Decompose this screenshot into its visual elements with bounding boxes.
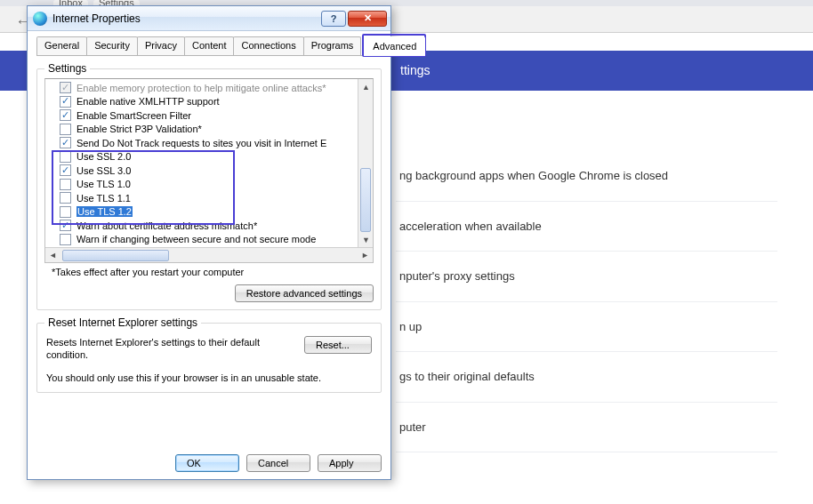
- horizontal-scrollbar[interactable]: ◄ ►: [45, 247, 373, 262]
- chrome-setting-fragment[interactable]: ng background apps when Google Chrome is…: [396, 151, 777, 202]
- setting-label: Enable SmartScreen Filter: [76, 110, 191, 121]
- checkbox[interactable]: [60, 234, 71, 245]
- reset-group: Reset Internet Explorer settings Resets …: [36, 323, 382, 393]
- dialog-tabstrip: General Security Privacy Content Connect…: [36, 36, 382, 56]
- apply-button[interactable]: Apply: [318, 454, 382, 472]
- setting-checkbox-item[interactable]: Send Do Not Track requests to sites you …: [60, 136, 371, 150]
- scroll-thumb[interactable]: [360, 168, 371, 232]
- banner-text-fragment: ttings: [400, 63, 430, 77]
- chrome-setting-fragment[interactable]: n up: [396, 302, 777, 353]
- checkbox[interactable]: [60, 206, 71, 218]
- tab-general[interactable]: General: [36, 36, 87, 55]
- setting-checkbox-item[interactable]: Enable native XMLHTTP support: [60, 95, 371, 109]
- close-icon: ✕: [364, 12, 372, 24]
- setting-label: Enable Strict P3P Validation*: [76, 124, 202, 134]
- reset-warning: You should only use this if your browser…: [46, 372, 372, 383]
- setting-checkbox-item[interactable]: Use SSL 3.0: [60, 164, 371, 178]
- vertical-scrollbar[interactable]: ▲ ▼: [358, 79, 373, 247]
- checkbox[interactable]: [60, 96, 71, 108]
- reset-button[interactable]: Reset...: [304, 336, 372, 354]
- setting-checkbox-item[interactable]: Warn if changing between secure and not …: [60, 233, 371, 247]
- tab-programs[interactable]: Programs: [303, 36, 362, 55]
- checkbox[interactable]: [60, 220, 71, 231]
- advanced-tab-highlight: Advanced: [362, 34, 426, 57]
- checkbox[interactable]: [60, 151, 71, 163]
- setting-label: Enable native XMLHTTP support: [76, 96, 220, 107]
- setting-label: Use SSL 2.0: [76, 151, 131, 162]
- ok-button[interactable]: OK: [175, 454, 239, 472]
- settings-group-label: Settings: [44, 62, 90, 75]
- setting-checkbox-item[interactable]: Warn about certificate address mismatch*: [60, 219, 371, 233]
- dialog-body: General Security Privacy Content Connect…: [28, 31, 390, 479]
- help-icon: ?: [331, 13, 337, 24]
- checkbox[interactable]: [60, 82, 71, 93]
- dialog-titlebar[interactable]: Internet Properties ? ✕: [28, 6, 390, 31]
- restart-note: *Takes effect after you restart your com…: [44, 267, 374, 277]
- chrome-setting-fragment[interactable]: gs to their original defaults: [396, 352, 777, 403]
- setting-label: Warn about certificate address mismatch*: [76, 220, 257, 231]
- help-button[interactable]: ?: [321, 11, 346, 27]
- tab-advanced[interactable]: Advanced: [364, 36, 425, 56]
- setting-checkbox-item[interactable]: Enable memory protection to help mitigat…: [60, 81, 371, 95]
- tab-privacy[interactable]: Privacy: [137, 36, 185, 55]
- setting-checkbox-item[interactable]: Use TLS 1.2: [60, 205, 371, 220]
- tab-security[interactable]: Security: [86, 36, 138, 55]
- internet-properties-dialog: Internet Properties ? ✕ General Security…: [27, 5, 391, 480]
- checkbox[interactable]: [60, 124, 71, 135]
- chrome-settings-items: ng background apps when Google Chrome is…: [396, 151, 777, 452]
- settings-list[interactable]: Enable memory protection to help mitigat…: [44, 78, 374, 263]
- scroll-thumb[interactable]: [62, 250, 169, 261]
- chrome-setting-fragment[interactable]: nputer's proxy settings: [396, 252, 777, 302]
- scroll-right-icon[interactable]: ►: [358, 248, 373, 263]
- tab-connections[interactable]: Connections: [233, 36, 303, 55]
- chrome-setting-fragment[interactable]: puter: [396, 403, 777, 453]
- setting-checkbox-item[interactable]: Enable Strict P3P Validation*: [60, 123, 371, 137]
- reset-description: Resets Internet Explorer's settings to t…: [46, 336, 294, 362]
- checkbox[interactable]: [60, 164, 71, 176]
- setting-checkbox-item[interactable]: Use SSL 2.0: [60, 150, 371, 164]
- settings-group: Settings Enable memory protection to hel…: [36, 68, 382, 310]
- scroll-down-icon[interactable]: ▼: [358, 232, 374, 247]
- setting-checkbox-item[interactable]: Use TLS 1.0: [60, 178, 371, 192]
- setting-label: Warn if changing between secure and not …: [76, 234, 316, 244]
- cancel-button[interactable]: Cancel: [246, 454, 310, 472]
- setting-label: Use TLS 1.2: [76, 206, 133, 217]
- checkbox[interactable]: [60, 179, 71, 190]
- chrome-setting-fragment[interactable]: acceleration when available: [396, 202, 777, 252]
- setting-label: Use SSL 3.0: [76, 165, 131, 176]
- scroll-left-icon[interactable]: ◄: [45, 248, 60, 263]
- globe-icon: [33, 12, 47, 26]
- checkbox[interactable]: [60, 109, 71, 121]
- scroll-up-icon[interactable]: ▲: [358, 79, 374, 94]
- checkbox[interactable]: [60, 192, 71, 204]
- setting-label: Send Do Not Track requests to sites you …: [76, 138, 326, 148]
- setting-label: Use TLS 1.0: [76, 179, 131, 189]
- setting-checkbox-item[interactable]: Use TLS 1.1: [60, 191, 371, 205]
- restore-advanced-button[interactable]: Restore advanced settings: [235, 284, 374, 302]
- reset-group-label: Reset Internet Explorer settings: [44, 316, 201, 329]
- setting-label: Enable memory protection to help mitigat…: [76, 83, 326, 93]
- tab-content[interactable]: Content: [184, 36, 235, 55]
- setting-checkbox-item[interactable]: Enable SmartScreen Filter: [60, 108, 371, 123]
- dialog-title: Internet Properties: [52, 12, 319, 25]
- dialog-button-row: OK Cancel Apply: [36, 449, 382, 472]
- checkbox[interactable]: [60, 137, 71, 148]
- close-button[interactable]: ✕: [348, 11, 387, 27]
- setting-label: Use TLS 1.1: [76, 193, 131, 204]
